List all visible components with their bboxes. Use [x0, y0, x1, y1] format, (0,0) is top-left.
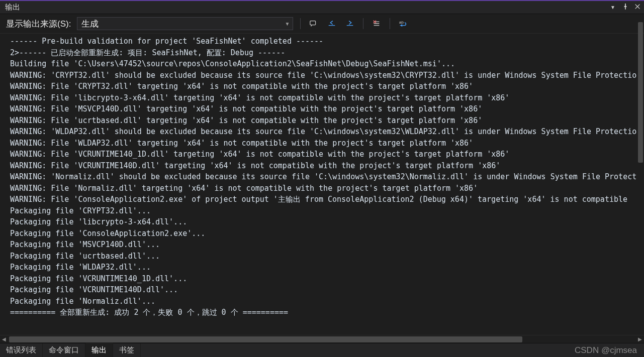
go-to-next-icon[interactable]: [344, 18, 356, 30]
pin-icon[interactable]: [622, 3, 629, 12]
scroll-thumb[interactable]: [9, 336, 522, 342]
output-line: WARNING: File 'VCRUNTIME140D.dll' target…: [10, 160, 641, 172]
output-line: 2>------ 已启动全部重新生成: 项目: SeaFishNet, 配置: …: [10, 47, 641, 59]
clear-all-icon[interactable]: [371, 18, 383, 30]
toolbar-separator: [363, 18, 363, 29]
output-line: Packaging file 'CRYPT32.dll'...: [10, 205, 641, 217]
output-line: WARNING: 'Normaliz.dll' should be exclud…: [10, 171, 641, 183]
scroll-right-icon[interactable]: ▶: [636, 335, 644, 343]
word-wrap-icon[interactable]: ab: [397, 18, 409, 30]
svg-rect-0: [310, 21, 316, 25]
scroll-left-icon[interactable]: ◀: [0, 335, 8, 343]
vertical-scrollbar[interactable]: [637, 22, 644, 173]
output-line: Packaging file 'VCRUNTIME140_1D.dll'...: [10, 273, 641, 285]
output-source-label: 显示输出来源(S):: [6, 18, 71, 30]
output-line: WARNING: File 'ConsoleApplication2.exe' …: [10, 194, 641, 205]
bottom-tab-bar: 错误列表 命令窗口 输出 书签 CSDN @cjmsea: [0, 343, 644, 357]
panel-header-controls: ▼: [610, 3, 641, 12]
close-icon[interactable]: [634, 3, 641, 12]
output-line: WARNING: File 'VCRUNTIME140_1D.dll' targ…: [10, 149, 641, 160]
window-position-icon[interactable]: ▼: [610, 5, 615, 10]
output-line: Building file 'C:\Users\47452\source\rep…: [10, 58, 641, 70]
find-message-icon[interactable]: [308, 18, 320, 30]
output-line: ------ Pre-build validation for project …: [10, 36, 641, 47]
output-line: Packaging file 'Normaliz.dll'...: [10, 296, 641, 307]
tab-command-window[interactable]: 命令窗口: [43, 343, 85, 357]
output-line: Packaging file 'libcrypto-3-x64.dll'...: [10, 216, 641, 228]
output-line: WARNING: File 'Normaliz.dll' targeting '…: [10, 183, 641, 194]
toolbar-separator: [390, 18, 390, 29]
output-toolbar: 显示输出来源(S): 生成 ▼ ab: [0, 14, 644, 34]
tabs-group: 错误列表 命令窗口 输出 书签: [0, 343, 141, 357]
toolbar-separator: [300, 18, 301, 29]
output-line: WARNING: File 'MSVCP140D.dll' targeting …: [10, 103, 641, 115]
output-source-value: 生成: [81, 18, 99, 30]
panel-header: 输出 ▼: [0, 1, 644, 14]
horizontal-scrollbar[interactable]: ◀ ▶: [0, 335, 644, 343]
watermark-text: CSDN @cjmsea: [575, 345, 644, 355]
output-line: Packaging file 'VCRUNTIME140D.dll'...: [10, 284, 641, 296]
output-line: WARNING: File 'libcrypto-3-x64.dll' targ…: [10, 92, 641, 104]
output-line: WARNING: File 'CRYPT32.dll' targeting 'x…: [10, 81, 641, 92]
output-line: WARNING: 'WLDAP32.dll' should be exclude…: [10, 126, 641, 138]
output-line: Packaging file 'ucrtbased.dll'...: [10, 251, 641, 262]
output-line: WARNING: File 'WLDAP32.dll' targeting 'x…: [10, 138, 641, 149]
output-line: Packaging file 'MSVCP140D.dll'...: [10, 239, 641, 251]
panel-title: 输出: [5, 3, 20, 12]
output-line: WARNING: File 'ucrtbased.dll' targeting …: [10, 115, 641, 127]
output-line: Packaging file 'ConsoleApplication2.exe'…: [10, 228, 641, 240]
vertical-scroll-thumb[interactable]: [638, 22, 643, 163]
output-area: ------ Pre-build validation for project …: [0, 34, 644, 343]
output-line: ========== 全部重新生成: 成功 2 个，失败 0 个，跳过 0 个 …: [10, 307, 641, 318]
go-to-prev-icon[interactable]: [326, 18, 338, 30]
scroll-track[interactable]: [9, 336, 635, 342]
output-text[interactable]: ------ Pre-build validation for project …: [0, 34, 644, 335]
tab-output[interactable]: 输出: [85, 343, 113, 357]
output-line: WARNING: 'CRYPT32.dll' should be exclude…: [10, 70, 641, 81]
chevron-down-icon: ▼: [285, 21, 290, 27]
tab-error-list[interactable]: 错误列表: [0, 343, 43, 357]
output-line: Packaging file 'WLDAP32.dll'...: [10, 262, 641, 273]
output-source-select[interactable]: 生成 ▼: [77, 17, 293, 30]
svg-text:ab: ab: [399, 20, 404, 25]
tab-bookmarks[interactable]: 书签: [113, 343, 141, 357]
